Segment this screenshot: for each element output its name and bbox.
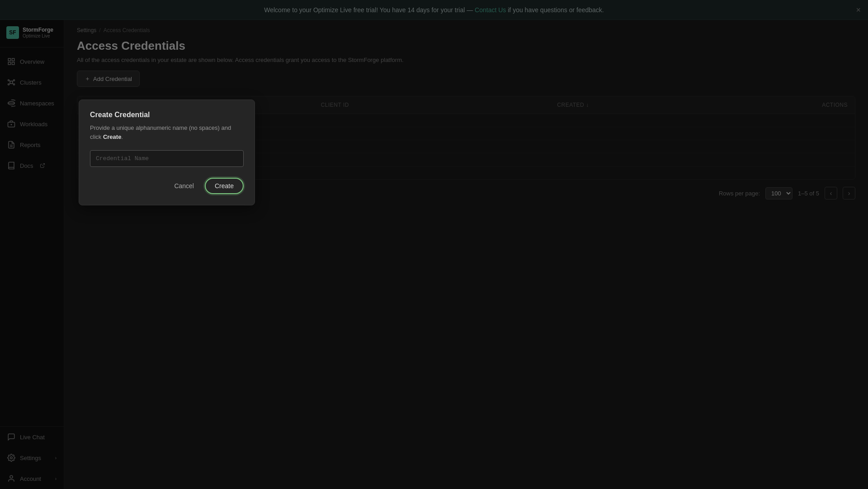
cancel-button[interactable]: Cancel [169, 179, 199, 193]
credential-name-input[interactable] [90, 150, 244, 167]
create-credential-modal: Create Credential Provide a unique alpha… [79, 100, 255, 205]
modal-description: Provide a unique alphanumeric name (no s… [90, 123, 244, 141]
create-button[interactable]: Create [205, 178, 244, 194]
modal-overlay: Create Credential Provide a unique alpha… [0, 0, 868, 489]
modal-actions: Cancel Create [90, 178, 244, 194]
modal-title: Create Credential [90, 111, 244, 119]
